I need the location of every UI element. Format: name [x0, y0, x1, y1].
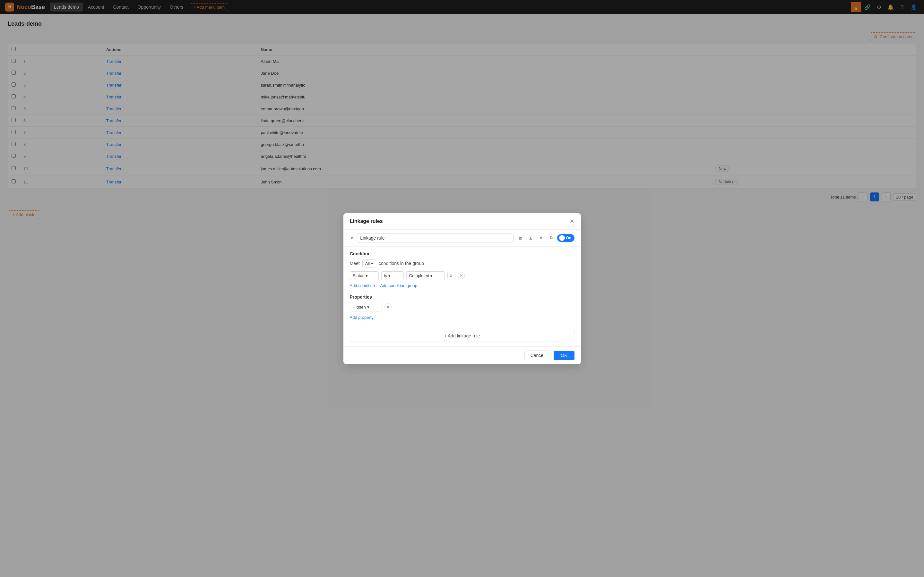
condition-operator-select[interactable]: is ▾	[381, 271, 404, 280]
properties-section-label: Properties	[350, 295, 575, 300]
rule-row: ▼ 🗑 ▲ ▼ ⧉ On	[343, 230, 581, 247]
chevron-down-icon: ▾	[365, 273, 368, 278]
cancel-button[interactable]: Cancel	[524, 351, 551, 360]
rule-copy-button[interactable]: ⧉	[547, 234, 556, 242]
property-remove-button[interactable]: ✕	[384, 303, 391, 311]
add-rule-row: + Add linkage rule	[343, 325, 581, 347]
add-linkage-rule-button[interactable]: + Add linkage rule	[350, 330, 575, 342]
modal-overlay: Linkage rules ✕ ▼ 🗑 ▲ ▼ ⧉ On Condition	[0, 0, 924, 577]
add-condition-link[interactable]: Add condition	[350, 283, 375, 288]
chevron-down-icon: ▾	[388, 273, 391, 278]
chevron-down-icon: ▾	[367, 305, 369, 309]
rule-actions: 🗑 ▲ ▼ ⧉ On	[516, 234, 575, 242]
meet-label: Meet	[350, 261, 360, 266]
modal-footer: Cancel OK	[343, 347, 581, 364]
rule-toggle[interactable]: On	[557, 234, 575, 242]
properties-row: Hidden ▾ ✕	[350, 303, 575, 311]
chevron-down-icon: ▾	[371, 261, 373, 266]
toggle-label: On	[566, 236, 572, 240]
condition-row: Status ▾ is ▾ Completed ▾ x ✕	[350, 271, 575, 280]
add-property-link[interactable]: Add property	[350, 315, 373, 320]
linkage-rules-modal: Linkage rules ✕ ▼ 🗑 ▲ ▼ ⧉ On Condition	[343, 213, 581, 364]
condition-x-button[interactable]: x	[447, 272, 455, 279]
toggle-circle	[559, 235, 565, 241]
condition-value-select[interactable]: Completed ▾	[406, 271, 445, 280]
rule-delete-button[interactable]: 🗑	[516, 234, 525, 242]
modal-close-button[interactable]: ✕	[570, 218, 575, 224]
conditions-suffix: conditions in the group	[379, 261, 424, 266]
condition-field-select[interactable]: Status ▾	[350, 271, 379, 280]
meet-condition-select[interactable]: All ▾	[362, 259, 376, 268]
modal-header: Linkage rules ✕	[343, 213, 581, 230]
property-select[interactable]: Hidden ▾	[350, 303, 382, 311]
rule-move-down-button[interactable]: ▼	[536, 234, 546, 242]
condition-remove-button[interactable]: ✕	[458, 272, 465, 279]
rule-move-up-button[interactable]: ▲	[527, 234, 535, 242]
add-links-row: Add condition Add condition group	[350, 283, 575, 288]
rule-collapse-chevron[interactable]: ▼	[350, 235, 354, 240]
chevron-down-icon: ▾	[430, 273, 433, 278]
modal-title: Linkage rules	[350, 218, 383, 224]
modal-body: Condition Meet All ▾ conditions in the g…	[343, 251, 581, 325]
add-condition-group-link[interactable]: Add condition group	[380, 283, 417, 288]
meet-row: Meet All ▾ conditions in the group	[350, 259, 575, 268]
ok-button[interactable]: OK	[554, 351, 574, 360]
condition-section-label: Condition	[350, 251, 575, 256]
rule-name-input[interactable]	[357, 234, 513, 242]
